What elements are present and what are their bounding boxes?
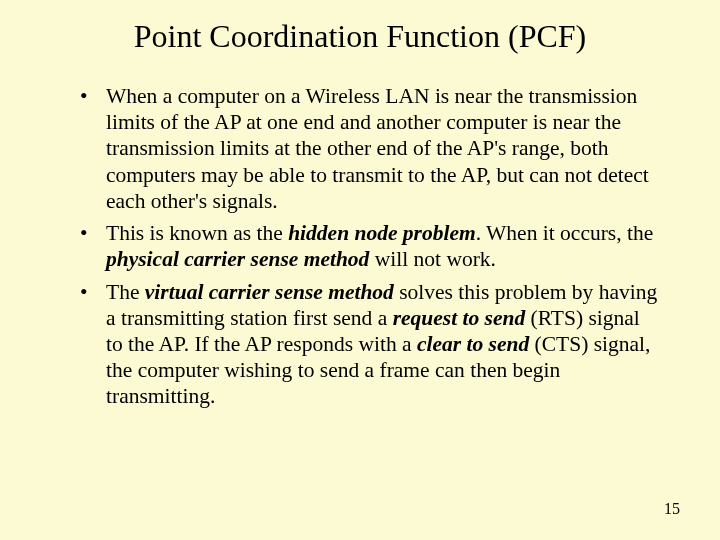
- bullet-text: When a computer on a Wireless LAN is nea…: [106, 84, 649, 213]
- bullet-text: This is known as the: [106, 221, 288, 245]
- bullet-text: will not work.: [369, 247, 496, 271]
- bullet-item: When a computer on a Wireless LAN is nea…: [80, 83, 660, 214]
- bullet-text: The: [106, 280, 145, 304]
- emphasis-virtual-carrier-sense: virtual carrier sense method: [145, 280, 394, 304]
- bullet-text: . When it occurs, the: [476, 221, 654, 245]
- emphasis-clear-to-send: clear to send: [417, 332, 529, 356]
- page-number: 15: [664, 500, 680, 518]
- emphasis-request-to-send: request to send: [393, 306, 526, 330]
- slide: Point Coordination Function (PCF) When a…: [0, 0, 720, 540]
- emphasis-physical-carrier-sense: physical carrier sense method: [106, 247, 369, 271]
- slide-title: Point Coordination Function (PCF): [60, 18, 660, 55]
- bullet-item: This is known as the hidden node problem…: [80, 220, 660, 272]
- bullet-item: The virtual carrier sense method solves …: [80, 279, 660, 410]
- bullet-list: When a computer on a Wireless LAN is nea…: [60, 83, 660, 410]
- emphasis-hidden-node-problem: hidden node problem: [288, 221, 476, 245]
